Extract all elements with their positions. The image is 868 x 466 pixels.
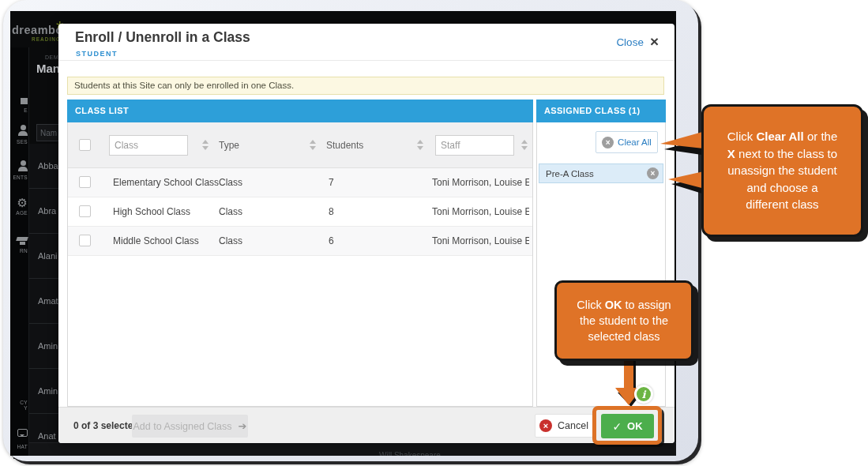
background-page-title: Man xyxy=(36,62,60,75)
cancel-x-icon: × xyxy=(539,419,552,432)
enroll-modal: Enroll / Unenroll in a Class STUDENT Clo… xyxy=(58,24,674,443)
sidebar-item-manage: ⚙ AGE xyxy=(10,196,28,216)
student-row: Amin xyxy=(29,369,58,414)
students-column-header: Students xyxy=(326,140,363,151)
type-column-header: Type xyxy=(219,140,239,151)
manage-gear-icon: ⚙ xyxy=(17,197,28,209)
class-list-header: CLASS LIST xyxy=(67,100,533,122)
add-to-assigned-class-button[interactable]: Add to Assigned Class ➔ xyxy=(132,415,248,438)
right-arrow-icon: ➔ xyxy=(239,420,247,432)
row-checkbox[interactable] xyxy=(79,176,91,188)
sidebar-item-students: ENTS xyxy=(10,160,28,180)
class-filter-input[interactable] xyxy=(109,135,188,156)
modal-subtitle: STUDENT xyxy=(76,50,118,58)
page: dreambox READING * E SES ENTS ⚙ AG xyxy=(0,0,868,466)
app-screen: dreambox READING * E SES ENTS ⚙ AG xyxy=(10,11,676,456)
cancel-button[interactable]: × Cancel xyxy=(535,414,593,438)
close-icon[interactable]: × xyxy=(650,36,659,48)
one-class-notice: Students at this Site can only be enroll… xyxy=(67,77,664,95)
close-button[interactable]: Close × xyxy=(616,36,659,48)
sort-class-control[interactable] xyxy=(202,140,209,150)
ok-button-highlight xyxy=(592,406,662,445)
sort-students-control[interactable] xyxy=(417,140,423,150)
header-divider xyxy=(58,60,674,61)
select-all-checkbox[interactable] xyxy=(79,139,91,151)
student-row: Abra xyxy=(29,189,58,234)
home-icon xyxy=(21,98,28,104)
table-filter-row: Type Students xyxy=(68,122,532,168)
assigned-class-body: × Clear All Pre-A Class × xyxy=(536,122,666,407)
sidebar-item-learn: RN xyxy=(10,234,28,254)
selection-count: 0 of 3 selected xyxy=(73,420,139,431)
sort-type-control[interactable] xyxy=(310,140,316,150)
modal-title: Enroll / Unenroll in a Class xyxy=(75,29,250,46)
table-row[interactable]: Middle School Class Class 6 Toni Morriso… xyxy=(68,227,532,256)
tablet-frame: dreambox READING * E SES ENTS ⚙ AG xyxy=(3,0,698,461)
modal-footer: 0 of 3 selected Add to Assigned Class ➔ … xyxy=(58,407,674,443)
sort-staff-control[interactable] xyxy=(521,140,528,150)
learn-cap-icon xyxy=(17,235,28,245)
background-student-list: Abba Abra Alani Amat Amin Amin Anat xyxy=(29,144,58,442)
student-row: Amat xyxy=(29,279,58,324)
chat-icon xyxy=(17,429,28,437)
ok-callout: Click OK to assign the student to the se… xyxy=(554,280,693,361)
student-row: Amin xyxy=(29,324,58,369)
student-row: Anat xyxy=(29,414,58,442)
staff-filter-input[interactable] xyxy=(435,135,514,156)
close-label[interactable]: Close xyxy=(616,36,644,48)
sidebar-item-home: E xyxy=(10,93,28,113)
classes-icon xyxy=(18,125,28,136)
row-checkbox[interactable] xyxy=(79,235,91,246)
row-checkbox[interactable] xyxy=(79,205,91,217)
background-table-strip: Will Shakespeare xyxy=(29,442,676,456)
assigned-class-name: Pre-A Class xyxy=(543,169,647,179)
background-name-filter-input xyxy=(36,124,59,141)
table-row[interactable]: Elementary School Class Class 7 Toni Mor… xyxy=(68,168,532,197)
app-sidebar: E SES ENTS ⚙ AGE RN xyxy=(10,47,29,456)
class-list-panel: CLASS LIST Type Students xyxy=(67,100,533,407)
student-row: Abba xyxy=(29,144,58,189)
remove-class-x-icon[interactable]: × xyxy=(647,167,659,179)
assigned-class-header: ASSIGNED CLASS (1) xyxy=(536,100,666,122)
sidebar-item-classes: SES xyxy=(10,125,28,145)
student-row: Alani xyxy=(29,234,58,279)
background-staff-link: Will Shakespeare xyxy=(379,451,441,456)
sidebar-item-privacy: CY Y xyxy=(10,400,28,411)
clear-all-button[interactable]: × Clear All xyxy=(596,131,658,153)
clear-all-x-icon[interactable]: × xyxy=(602,137,614,148)
sidebar-item-chat: HAT xyxy=(10,426,28,449)
clear-all-label[interactable]: Clear All xyxy=(618,137,652,147)
students-icon xyxy=(18,160,28,171)
info-icon: i xyxy=(634,385,653,404)
assigned-class-item[interactable]: Pre-A Class × xyxy=(539,163,663,183)
clear-all-callout: Click Clear All or the X next to the cla… xyxy=(701,104,863,237)
class-list-body: Type Students Elementary School Class Cl… xyxy=(67,122,533,407)
table-row[interactable]: High School Class Class 8 Toni Morrison,… xyxy=(68,197,532,227)
